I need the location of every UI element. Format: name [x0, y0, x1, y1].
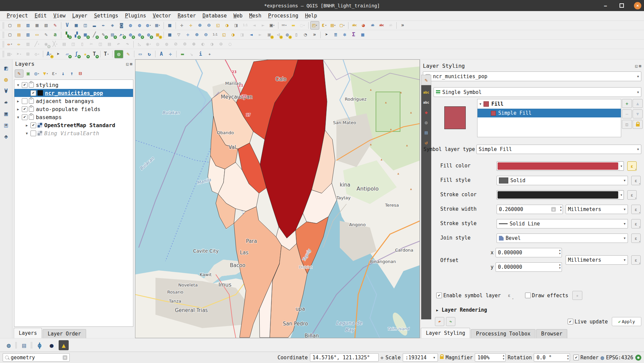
statistics-button[interactable]: ≡ — [331, 31, 340, 39]
layer-item-basemaps[interactable]: ▼basemaps — [14, 113, 133, 121]
zoom-layer-2-button[interactable]: ◨ — [238, 31, 246, 39]
join-style-combo[interactable]: Bevel ▼ — [497, 234, 628, 243]
maximize-button[interactable] — [618, 2, 625, 9]
annotation-style-button[interactable]: A▾✳ — [45, 50, 53, 58]
refresh-layout-3-button[interactable]: ◍✳ — [283, 31, 292, 39]
cut-features-button[interactable]: ✂ — [87, 40, 95, 48]
annotations-button[interactable]: ◌▾ — [298, 21, 307, 29]
labels-tab-icon[interactable]: abc — [422, 88, 430, 96]
layer-item-auto-populate-fields[interactable]: ▶auto-populate fields — [14, 105, 133, 113]
stroke-width-override-button[interactable]: ε — [631, 205, 641, 214]
layer-checkbox[interactable] — [22, 98, 27, 104]
new-map-view-button[interactable]: ▣▾ — [268, 21, 276, 29]
rotation-input[interactable]: 0.0 ° ▲▼ — [534, 353, 570, 362]
undo-button[interactable]: ↶ — [114, 40, 123, 48]
new-virtual-layer-button[interactable]: ▤+ — [108, 31, 117, 39]
menu-project[interactable]: Project — [3, 12, 31, 19]
db-manager-icon[interactable]: ▤ — [19, 340, 29, 350]
symbol-layer-type-combo[interactable]: Simple Fill ▼ — [476, 145, 641, 154]
leader-line-button[interactable]: ↘ — [187, 50, 196, 58]
menu-mesh[interactable]: Mesh — [246, 12, 265, 19]
add-wfs-button[interactable]: ◍▾ — [144, 21, 153, 29]
enable-override-button[interactable]: ε — [505, 291, 514, 300]
layer-item-adjacent-barangays[interactable]: ▶adjacent barangays — [14, 97, 133, 105]
multiedit-button[interactable]: ▤ — [60, 40, 68, 48]
text-style-button[interactable]: a — [51, 31, 59, 39]
open-data-folder-button[interactable]: ▤ — [15, 31, 23, 39]
draw-effects-checkbox[interactable] — [525, 293, 531, 298]
symbology-tab-button[interactable]: ✎ — [421, 75, 431, 85]
messages-icon[interactable]: ● — [635, 355, 641, 361]
layer-checkbox[interactable] — [30, 90, 36, 96]
delete-part-button[interactable]: ◐ — [199, 40, 207, 48]
metadata-info-button[interactable]: i — [196, 50, 205, 58]
touch-zoom-button[interactable]: ▽ — [175, 31, 183, 39]
toolbar-overflow-button[interactable]: » — [398, 21, 407, 29]
open-layer-styling-button[interactable]: ✎ — [15, 69, 23, 77]
fill-style-override-button[interactable]: ε — [631, 176, 641, 185]
change-label-button[interactable]: A — [157, 50, 166, 58]
coordinate-input[interactable]: 14.5716°, 121.1325° — [310, 353, 379, 362]
add-raster-layer-button[interactable]: ▦ — [72, 21, 80, 29]
zoom-last-2-button[interactable]: ◄ — [247, 31, 255, 39]
python-console-icon[interactable]: ϕ — [35, 340, 45, 350]
pan-map-button[interactable]: ✛ — [178, 21, 186, 29]
zoom-native-button[interactable]: 1:1 — [241, 21, 249, 29]
text-annotation-button[interactable]: T+ — [90, 50, 99, 58]
quickmap-services-button[interactable]: ✎ — [124, 50, 132, 58]
filter-expression-button[interactable]: ε▾ — [50, 70, 58, 77]
raster-stretch-button[interactable]: ▧▾ — [6, 50, 14, 58]
add-symbol-layer-button[interactable]: ＋ — [622, 99, 632, 108]
extents-toggle-icon[interactable]: ✛ — [381, 355, 384, 361]
pointer-sparkle-button[interactable]: ➤ — [322, 31, 331, 39]
minimize-button[interactable]: – — [602, 2, 609, 9]
remove-symbol-layer-button[interactable]: — — [622, 109, 632, 118]
move-label-button[interactable]: ▭ — [136, 50, 144, 58]
delete-ring-button[interactable]: ⊛ — [190, 40, 198, 48]
tab-layer-order[interactable]: Layer Order — [43, 329, 86, 338]
project-home-button[interactable]: ▢ — [6, 31, 14, 39]
layer-checkbox[interactable] — [22, 106, 27, 112]
layer-item-styling[interactable]: ▼styling — [14, 81, 133, 89]
delete-selected-button[interactable]: ▯ — [78, 40, 86, 48]
row2-overflow-button[interactable]: » — [310, 31, 319, 39]
render-checkbox[interactable] — [573, 355, 579, 360]
add-delimited-text-button[interactable]: ✒ — [99, 21, 108, 29]
style-undo-button[interactable]: ↶ — [435, 317, 444, 326]
move-down-button[interactable]: ▼ — [633, 109, 643, 118]
fill-color-button[interactable]: ▼ — [497, 161, 624, 171]
layout-ruler-button[interactable]: ▭ — [33, 31, 41, 39]
join-style-override-button[interactable]: ε — [631, 234, 641, 243]
vector-tools-icon[interactable]: V✳ — [2, 86, 10, 95]
raster-swap-button[interactable]: ⊞ — [24, 50, 32, 58]
add-postgis-button[interactable]: ◙ — [117, 21, 126, 29]
zoom-next-button[interactable]: ► — [259, 21, 267, 29]
refresh-layout-2-button[interactable]: ◁✳ — [274, 31, 282, 39]
symbol-child-row[interactable]: Simple Fill — [477, 109, 621, 117]
add-spatialite-button[interactable]: ◈ — [108, 21, 117, 29]
globe-plugin-icon[interactable]: ● — [47, 340, 57, 350]
tab-processing-toolbox[interactable]: Processing Toolbox — [471, 329, 535, 338]
symbology-3d-tab-icon[interactable]: ◆ — [422, 108, 430, 116]
filter-legend-button[interactable]: ▼▾ — [42, 70, 50, 77]
new-wcs-connection-button[interactable]: ◍+ — [144, 31, 153, 39]
metasearch-icon[interactable]: ◍ — [4, 340, 14, 350]
tab-layer-styling[interactable]: Layer Styling — [421, 328, 470, 338]
map-tips-button[interactable]: ▬ — [289, 21, 298, 29]
split-features-button[interactable]: ◌ — [226, 40, 234, 48]
zoom-out-2-button[interactable]: ⊖ — [202, 31, 210, 39]
zoom-in-button[interactable]: ⊕ — [196, 21, 204, 29]
menu-processing[interactable]: Processing — [265, 12, 302, 19]
layer-checkbox[interactable] — [22, 82, 27, 88]
open-selected-folder-button[interactable]: ▤▾ — [329, 21, 337, 29]
topology-checker-icon[interactable]: ◇✳ — [2, 132, 10, 141]
title-bar[interactable]: *expressions — QGIS [BNHR_light_training… — [0, 0, 644, 11]
current-edits-button[interactable]: ✏▾ — [6, 40, 14, 48]
copy-features-button[interactable]: ◫ — [96, 40, 105, 48]
new-wms-connection-button[interactable]: ◍+ — [126, 31, 135, 39]
menu-layer[interactable]: Layer — [69, 12, 90, 19]
stroke-width-input[interactable]: 0.260000 ⊗ ▲▼ — [497, 205, 563, 214]
effects-customize-button[interactable]: ★ — [572, 291, 582, 300]
add-mesh-layer-button[interactable]: ◫ — [81, 21, 89, 29]
zoom-last-button[interactable]: ◄ — [250, 21, 258, 29]
